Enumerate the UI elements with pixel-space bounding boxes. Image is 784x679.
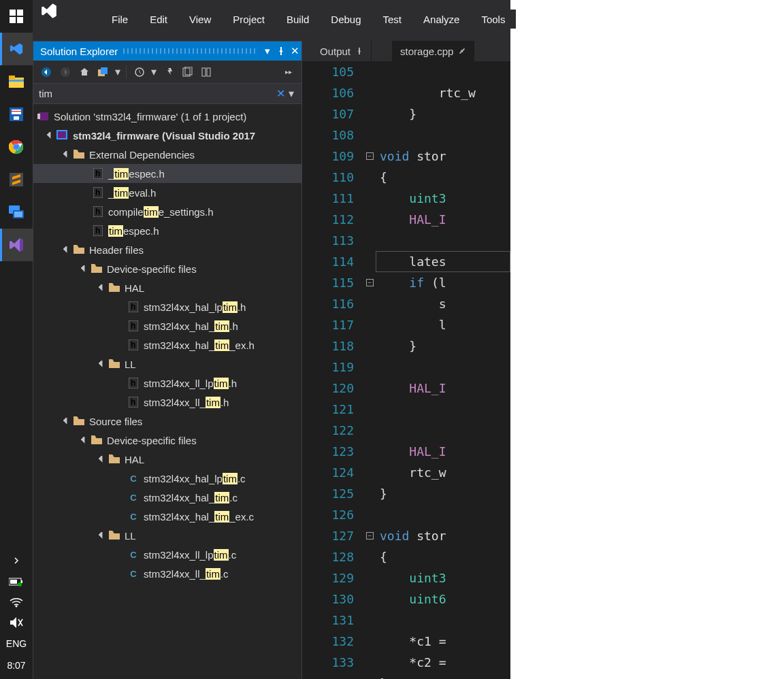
fold-toggle[interactable] — [363, 441, 376, 462]
code-line[interactable]: uint3 — [380, 567, 510, 589]
file-node[interactable]: Cstm32l4xx_hal_tim.c — [33, 488, 301, 507]
project-node[interactable]: stm32l4_firmware (Visual Studio 2017 — [33, 126, 301, 145]
taskbar-show-hidden[interactable] — [0, 550, 33, 572]
code-line[interactable]: rtc_w — [380, 462, 510, 483]
fold-toggle[interactable]: − — [363, 525, 376, 546]
fold-toggle[interactable] — [363, 399, 376, 420]
code-line[interactable]: void stor — [380, 146, 510, 167]
menu-tools[interactable]: Tools — [470, 11, 516, 28]
code-line[interactable]: } — [380, 103, 510, 125]
code-line[interactable] — [380, 610, 510, 631]
tab-storage-cpp[interactable]: storage.cpp — [392, 41, 474, 61]
external-deps-node[interactable]: External Dependencies — [33, 145, 301, 164]
taskbar-wifi-icon[interactable] — [0, 592, 33, 612]
fold-toggle[interactable] — [363, 462, 376, 483]
taskbar-remote-desktop[interactable] — [0, 196, 33, 229]
panel-pin-icon[interactable] — [274, 44, 288, 58]
file-node[interactable]: hstm32l4xx_ll_tim.h — [33, 393, 301, 412]
taskbar-battery-icon[interactable] — [0, 572, 33, 592]
code-line[interactable]: if (l — [380, 272, 510, 293]
fold-toggle[interactable] — [363, 251, 376, 272]
fold-toggle[interactable] — [363, 230, 376, 251]
fold-toggle[interactable] — [363, 378, 376, 399]
show-all-button[interactable] — [178, 63, 196, 81]
ll-node[interactable]: LL — [33, 526, 301, 545]
file-node[interactable]: htimespec.h — [33, 221, 301, 240]
dropdown-caret-2[interactable]: ▾ — [150, 63, 158, 81]
fold-toggle[interactable] — [363, 103, 376, 125]
menu-debug[interactable]: Debug — [320, 11, 372, 28]
fold-toggle[interactable] — [363, 504, 376, 525]
menu-build[interactable]: Build — [276, 11, 320, 28]
panel-close-icon[interactable]: ✕ — [288, 44, 301, 58]
fold-toggle[interactable] — [363, 483, 376, 504]
fold-toggle[interactable] — [363, 673, 376, 679]
taskbar-vscode[interactable] — [0, 33, 33, 65]
code-line[interactable]: void stor — [380, 525, 510, 546]
expander-icon[interactable] — [80, 264, 89, 274]
code-line[interactable]: *c2 = — [380, 652, 510, 673]
fold-toggle[interactable]: − — [363, 146, 376, 167]
file-node[interactable]: Cstm32l4xx_ll_lptim.c — [33, 545, 301, 564]
code-line[interactable]: HAL_I — [380, 378, 510, 399]
code-text[interactable]: rtc_w }void stor{ uint3 HAL_I lates if (… — [376, 61, 510, 679]
code-line[interactable] — [380, 357, 510, 378]
solution-explorer-title[interactable]: Solution Explorer ▾ ✕ — [33, 42, 301, 61]
fold-toggle[interactable] — [363, 61, 376, 82]
code-line[interactable] — [380, 61, 510, 82]
menu-test[interactable]: Test — [372, 11, 413, 28]
history-button[interactable] — [131, 63, 148, 81]
taskbar-language[interactable]: ENG — [6, 633, 27, 655]
expander-icon[interactable] — [97, 531, 107, 540]
fold-toggle[interactable] — [363, 652, 376, 673]
dropdown-caret[interactable]: ▾ — [114, 63, 122, 81]
fold-column[interactable]: −−− — [363, 61, 376, 679]
code-line[interactable]: rtc_w — [380, 82, 510, 103]
search-clear-icon[interactable]: ✕ — [274, 87, 287, 100]
taskbar-visual-studio[interactable] — [0, 229, 33, 261]
file-node[interactable]: hstm32l4xx_hal_lptim.h — [33, 297, 301, 316]
tab-output[interactable]: Output — [312, 41, 372, 61]
file-node[interactable]: hstm32l4xx_ll_lptim.h — [33, 374, 301, 393]
device-specific-node[interactable]: Device-specific files — [33, 431, 301, 450]
pin-icon[interactable] — [356, 48, 363, 54]
fold-toggle[interactable] — [363, 420, 376, 441]
fold-toggle[interactable] — [363, 167, 376, 188]
menu-analyze[interactable]: Analyze — [412, 11, 470, 28]
refresh-button[interactable] — [159, 63, 177, 81]
taskbar-volume-icon[interactable] — [0, 612, 33, 633]
fold-toggle[interactable] — [363, 209, 376, 230]
fold-toggle[interactable] — [363, 335, 376, 357]
expander-icon[interactable] — [97, 454, 107, 464]
file-node[interactable]: Cstm32l4xx_ll_tim.c — [33, 564, 301, 583]
taskbar-chrome[interactable] — [0, 131, 33, 163]
code-line[interactable]: { — [380, 167, 510, 188]
code-line[interactable]: lates — [380, 251, 510, 272]
fold-toggle[interactable] — [363, 610, 376, 631]
back-button[interactable] — [37, 63, 55, 81]
code-line[interactable]: HAL_I — [380, 441, 510, 462]
code-line[interactable]: } — [380, 483, 510, 504]
solution-tree[interactable]: Solution 'stm32l4_firmware' (1 of 1 proj… — [33, 104, 301, 679]
fold-toggle[interactable] — [363, 357, 376, 378]
device-specific-node[interactable]: Device-specific files — [33, 259, 301, 278]
code-line[interactable]: s — [380, 293, 510, 314]
header-files-node[interactable]: Header files — [33, 240, 301, 259]
code-line[interactable]: } — [380, 335, 510, 357]
code-line[interactable] — [380, 125, 510, 146]
menu-view[interactable]: View — [178, 11, 222, 28]
start-button[interactable] — [0, 0, 33, 33]
sync-button[interactable] — [95, 63, 112, 81]
fold-toggle[interactable]: − — [363, 272, 376, 293]
file-node[interactable]: Cstm32l4xx_hal_tim_ex.c — [33, 507, 301, 526]
toolbar-overflow-icon[interactable]: ▸▸ — [280, 63, 297, 81]
code-editor[interactable]: 1051061071081091101111121131141151161171… — [302, 61, 510, 679]
code-line[interactable]: l — [380, 314, 510, 335]
source-files-node[interactable]: Source files — [33, 412, 301, 431]
expander-icon[interactable] — [62, 150, 71, 159]
panel-dropdown-icon[interactable]: ▾ — [261, 44, 274, 58]
expander-icon[interactable] — [62, 245, 71, 254]
taskbar-save-icon[interactable] — [0, 98, 33, 131]
menu-file[interactable]: File — [101, 11, 139, 28]
taskbar-sublime[interactable] — [0, 163, 33, 196]
